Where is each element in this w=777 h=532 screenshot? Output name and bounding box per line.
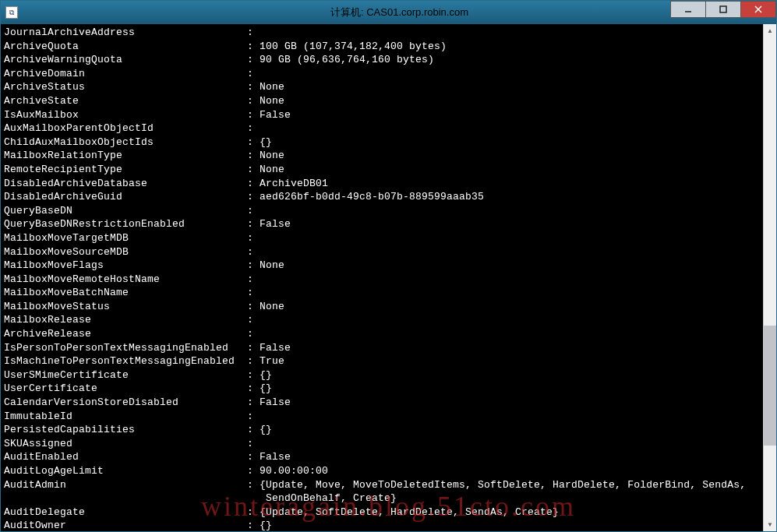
svg-rect-1 xyxy=(720,6,726,12)
app-icon: ⧉ xyxy=(5,6,18,19)
console-line: MailboxRelationType : None xyxy=(4,149,760,163)
console-line: QueryBaseDNRestrictionEnabled : False xyxy=(4,217,760,231)
console-line: MailboxMoveBatchName : xyxy=(4,286,760,300)
scroll-down-button[interactable]: ▼ xyxy=(764,518,776,531)
console-line: MailboxMoveFlags : None xyxy=(4,259,760,273)
window-title: 计算机: CAS01.corp.robin.com xyxy=(23,5,776,19)
console-line: AuditEnabled : False xyxy=(4,450,760,464)
console-line: ImmutableId : xyxy=(4,410,760,424)
console-line: ArchiveWarningQuota : 90 GB (96,636,764,… xyxy=(4,53,760,67)
minimize-button[interactable] xyxy=(670,1,706,18)
console-line: AuditOwner : {} xyxy=(4,519,760,531)
console-line: MailboxMoveSourceMDB : xyxy=(4,245,760,259)
maximize-button[interactable] xyxy=(705,1,741,18)
console-line: PersistedCapabilities : {} xyxy=(4,423,760,437)
console-line: IsPersonToPersonTextMessagingEnabled : F… xyxy=(4,341,760,355)
console-line: CalendarVersionStoreDisabled : False xyxy=(4,396,760,410)
console-output[interactable]: JournalArchiveAddress : ArchiveQuota : 1… xyxy=(1,24,763,531)
console-line: ChildAuxMailboxObjectIds : {} xyxy=(4,136,760,150)
titlebar[interactable]: ⧉ 计算机: CAS01.corp.robin.com xyxy=(1,1,776,24)
console-line: ArchiveDomain : xyxy=(4,67,760,81)
console-line: DisabledArchiveGuid : aed626bf-b0dd-49c8… xyxy=(4,190,760,204)
console-line: AuditAdmin : {Update, Move, MoveToDelete… xyxy=(4,478,760,492)
console-line: JournalArchiveAddress : xyxy=(4,26,760,40)
console-line: AuditDelegate : {Update, SoftDelete, Har… xyxy=(4,506,760,520)
scroll-track[interactable] xyxy=(764,37,776,518)
console-line: ArchiveRelease : xyxy=(4,327,760,341)
vertical-scrollbar[interactable]: ▲ ▼ xyxy=(763,24,776,531)
console-line: MailboxRelease : xyxy=(4,313,760,327)
window-buttons xyxy=(671,1,776,18)
client-area: JournalArchiveAddress : ArchiveQuota : 1… xyxy=(1,24,776,531)
console-line: IsMachineToPersonTextMessagingEnabled : … xyxy=(4,354,760,368)
console-line: MailboxMoveStatus : None xyxy=(4,300,760,314)
scroll-up-button[interactable]: ▲ xyxy=(764,24,776,37)
console-line: SKUAssigned : xyxy=(4,437,760,451)
console-line: AuxMailboxParentObjectId : xyxy=(4,122,760,136)
console-line: UserCertificate : {} xyxy=(4,382,760,396)
console-line: QueryBaseDN : xyxy=(4,204,760,218)
console-line: IsAuxMailbox : False xyxy=(4,108,760,122)
console-line: MailboxMoveRemoteHostName : xyxy=(4,273,760,287)
console-line: ArchiveQuota : 100 GB (107,374,182,400 b… xyxy=(4,40,760,54)
console-line: RemoteRecipientType : None xyxy=(4,163,760,177)
scroll-thumb[interactable] xyxy=(764,326,776,446)
console-line: UserSMimeCertificate : {} xyxy=(4,368,760,382)
console-line: MailboxMoveTargetMDB : xyxy=(4,231,760,245)
close-button[interactable] xyxy=(740,1,776,18)
console-line: SendOnBehalf, Create} xyxy=(4,491,760,506)
console-line: ArchiveState : None xyxy=(4,94,760,108)
console-line: AuditLogAgeLimit : 90.00:00:00 xyxy=(4,464,760,478)
console-line: ArchiveStatus : None xyxy=(4,80,760,94)
console-line: DisabledArchiveDatabase : ArchiveDB01 xyxy=(4,177,760,191)
